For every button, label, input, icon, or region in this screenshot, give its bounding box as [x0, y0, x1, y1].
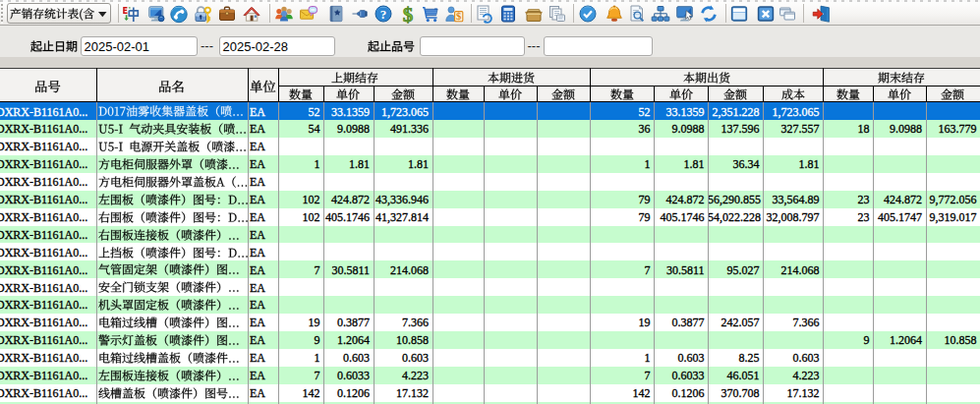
svg-text:$: $	[456, 11, 461, 22]
svg-text:?: ?	[380, 7, 387, 22]
svg-text:$: $	[403, 4, 414, 24]
